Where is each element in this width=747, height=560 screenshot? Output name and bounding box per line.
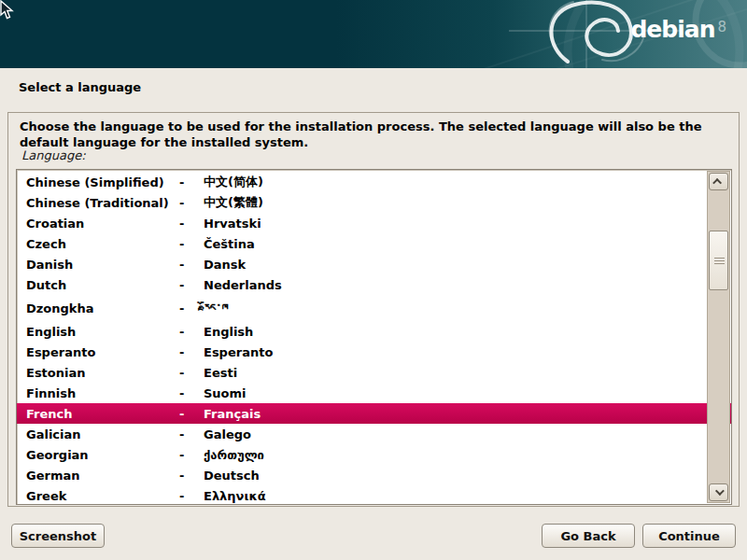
language-native-name: Čeština — [204, 237, 731, 251]
language-native-name: Nederlands — [204, 278, 731, 292]
scrollbar-down-button[interactable] — [709, 483, 728, 501]
language-separator: - — [179, 489, 204, 503]
language-name: Estonian — [26, 366, 179, 380]
language-name: Dutch — [26, 278, 179, 292]
language-name: Greek — [26, 489, 179, 503]
language-separator: - — [179, 366, 204, 380]
language-separator: - — [179, 469, 204, 483]
brand-name: debian — [630, 16, 714, 43]
language-separator: - — [179, 301, 204, 315]
brand-version: 8 — [717, 19, 726, 35]
chevron-up-icon — [712, 178, 722, 188]
page-title: Select a language — [19, 80, 141, 94]
language-name: Georgian — [26, 448, 179, 462]
language-name: Dzongkha — [26, 301, 179, 315]
language-native-name: ქართული — [204, 448, 731, 462]
language-native-name: Français — [204, 407, 731, 421]
language-native-name: Eesti — [204, 366, 731, 380]
language-native-name: English — [204, 325, 731, 339]
language-name: German — [26, 469, 179, 483]
list-item[interactable]: Croatian - Hrvatski — [17, 213, 731, 233]
scrollbar-grip-icon — [714, 258, 725, 266]
language-separator: - — [179, 237, 204, 251]
scrollbar[interactable] — [707, 171, 730, 503]
language-name: Danish — [26, 258, 179, 272]
list-item[interactable]: Greek - Ελληνικά — [17, 485, 731, 505]
brand-logo-text: debian8 — [630, 16, 726, 43]
list-item[interactable]: Dzongkha - རྫོང་ཁ — [17, 295, 731, 321]
language-name: Croatian — [26, 217, 179, 231]
language-separator: - — [179, 278, 204, 292]
screenshot-button[interactable]: Screenshot — [11, 524, 105, 548]
banner: debian8 — [0, 0, 747, 68]
language-separator: - — [179, 345, 204, 359]
language-separator: - — [179, 217, 204, 231]
language-name: Galician — [26, 427, 179, 441]
language-separator: - — [179, 386, 204, 400]
list-item[interactable]: French - Français — [17, 403, 731, 424]
list-item[interactable]: Finnish - Suomi — [17, 383, 731, 403]
list-item[interactable]: Estonian - Eesti — [17, 362, 731, 383]
list-item[interactable]: Czech - Čeština — [17, 233, 731, 254]
list-item[interactable]: Esperanto - Esperanto — [17, 342, 731, 362]
language-native-name: Hrvatski — [204, 217, 731, 231]
list-item[interactable]: Chinese (Simplified) - 中文(简体) — [17, 172, 731, 192]
language-name: Finnish — [26, 386, 179, 400]
content-panel: Choose the language to be used for the i… — [7, 112, 740, 507]
list-item[interactable]: Danish - Dansk — [17, 254, 731, 274]
language-list: Chinese (Simplified) - 中文(简体) Chinese (T… — [17, 172, 731, 505]
list-item[interactable]: Georgian - ქართული — [17, 444, 731, 465]
language-native-name: Dansk — [204, 258, 731, 272]
language-name: English — [26, 325, 179, 339]
language-native-name: 中文(繁體) — [204, 194, 731, 211]
chevron-down-icon — [715, 486, 725, 496]
language-native-name: Esperanto — [204, 345, 731, 359]
language-separator: - — [179, 258, 204, 272]
language-listbox: Chinese (Simplified) - 中文(简体) Chinese (T… — [16, 169, 732, 505]
language-native-name: རྫོང་ཁ — [204, 301, 731, 315]
language-native-name: Ελληνικά — [204, 489, 731, 503]
language-separator: - — [179, 407, 204, 421]
list-item[interactable]: English - English — [17, 321, 731, 342]
scrollbar-up-button[interactable] — [709, 173, 728, 190]
language-native-name: Suomi — [204, 386, 731, 400]
list-item[interactable]: German - Deutsch — [17, 465, 731, 485]
language-name: French — [26, 407, 179, 421]
language-native-name: 中文(简体) — [204, 174, 731, 190]
language-name: Esperanto — [26, 345, 179, 359]
language-name: Chinese (Simplified) — [26, 175, 179, 189]
continue-button[interactable]: Continue — [642, 524, 736, 548]
go-back-button[interactable]: Go Back — [542, 524, 635, 548]
language-separator: - — [179, 175, 204, 189]
language-separator: - — [179, 196, 204, 210]
language-name: Czech — [26, 237, 179, 251]
language-separator: - — [179, 448, 204, 462]
language-name: Chinese (Traditional) — [26, 196, 179, 210]
list-item[interactable]: Dutch - Nederlands — [17, 274, 731, 295]
scrollbar-thumb[interactable] — [709, 231, 728, 290]
mouse-cursor-icon — [0, 0, 14, 20]
language-field-label: Language: — [21, 148, 86, 162]
list-item[interactable]: Galician - Galego — [17, 424, 731, 444]
language-separator: - — [179, 427, 204, 441]
instruction-text: Choose the language to be used for the i… — [20, 119, 735, 150]
language-native-name: Deutsch — [204, 469, 731, 483]
language-separator: - — [179, 325, 204, 339]
list-item[interactable]: Chinese (Traditional) - 中文(繁體) — [17, 192, 731, 213]
language-native-name: Galego — [204, 427, 731, 441]
